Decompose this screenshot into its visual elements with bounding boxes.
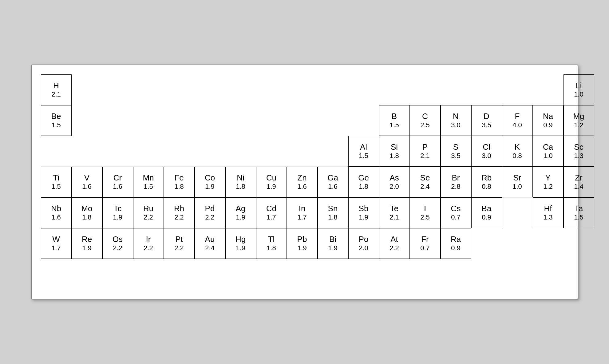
periodic-table: H2.1Li1.0Be1.5B1.5C2.5N3.0D3.5F4.0Na0.9M… bbox=[31, 65, 578, 299]
element-symbol: Sn bbox=[328, 204, 338, 213]
element-electronegativity: 1.3 bbox=[574, 152, 583, 160]
empty-cell bbox=[164, 105, 195, 136]
element-i: I2.5 bbox=[410, 197, 441, 228]
element-electronegativity: 2.5 bbox=[420, 213, 430, 221]
element-symbol: In bbox=[299, 204, 306, 213]
element-symbol: Bi bbox=[329, 235, 336, 244]
empty-cell bbox=[287, 74, 318, 105]
empty-cell bbox=[225, 74, 256, 105]
element-symbol: W bbox=[52, 235, 60, 244]
element-symbol: B bbox=[392, 112, 397, 121]
element-electronegativity: 2.2 bbox=[113, 244, 122, 252]
element-symbol: Sr bbox=[513, 173, 521, 183]
element-electronegativity: 2.2 bbox=[205, 213, 215, 221]
empty-cell bbox=[225, 105, 256, 136]
element-hg: Hg1.9 bbox=[225, 228, 256, 259]
element-electronegativity: 0.9 bbox=[451, 244, 461, 252]
empty-cell bbox=[287, 105, 318, 136]
element-electronegativity: 1.8 bbox=[174, 183, 184, 191]
element-electronegativity: 2.1 bbox=[51, 90, 61, 98]
element-h: H2.1 bbox=[41, 74, 72, 105]
element-symbol: Fe bbox=[174, 173, 184, 183]
element-v: V1.6 bbox=[72, 167, 102, 197]
empty-cell bbox=[471, 74, 502, 105]
element-n: N3.0 bbox=[441, 105, 471, 136]
element-electronegativity: 2.1 bbox=[420, 152, 430, 160]
element-symbol: Ru bbox=[143, 204, 153, 213]
element-symbol: F bbox=[515, 112, 520, 121]
element-sn: Sn1.8 bbox=[318, 197, 348, 228]
element-symbol: P bbox=[422, 142, 428, 152]
element-electronegativity: 1.9 bbox=[205, 183, 215, 191]
empty-cell bbox=[318, 259, 348, 290]
element-in: In1.7 bbox=[287, 197, 318, 228]
element-electronegativity: 1.0 bbox=[574, 90, 583, 98]
empty-cell bbox=[133, 136, 164, 167]
element-pd: Pd2.2 bbox=[195, 197, 225, 228]
empty-cell bbox=[287, 259, 318, 290]
element-symbol: Pd bbox=[205, 204, 215, 213]
empty-cell bbox=[195, 259, 225, 290]
element-symbol: D bbox=[484, 112, 489, 121]
element-pt: Pt2.2 bbox=[164, 228, 195, 259]
empty-cell bbox=[471, 228, 502, 259]
element-electronegativity: 1.5 bbox=[574, 213, 583, 221]
element-symbol: At bbox=[390, 235, 398, 244]
element-ga: Ga1.6 bbox=[318, 167, 348, 197]
element-electronegativity: 1.2 bbox=[574, 121, 583, 129]
element-br: Br2.8 bbox=[441, 167, 471, 197]
element-au: Au2.4 bbox=[195, 228, 225, 259]
element-electronegativity: 1.0 bbox=[543, 152, 553, 160]
empty-cell bbox=[225, 259, 256, 290]
element-symbol: Na bbox=[543, 112, 553, 121]
element-na: Na0.9 bbox=[533, 105, 564, 136]
element-co: Co1.9 bbox=[195, 167, 225, 197]
element-electronegativity: 4.0 bbox=[512, 121, 522, 129]
element-at: At2.2 bbox=[379, 228, 410, 259]
element-cs: Cs0.7 bbox=[441, 197, 471, 228]
empty-cell bbox=[256, 74, 287, 105]
element-ca: Ca1.0 bbox=[533, 136, 564, 167]
element-electronegativity: 1.5 bbox=[51, 121, 61, 129]
element-symbol: Cs bbox=[451, 204, 461, 213]
element-electronegativity: 2.4 bbox=[420, 183, 430, 191]
element-symbol: Co bbox=[205, 173, 215, 183]
element-as: As2.0 bbox=[379, 167, 410, 197]
element-electronegativity: 1.8 bbox=[236, 183, 245, 191]
empty-cell bbox=[164, 74, 195, 105]
element-symbol: Sb bbox=[359, 204, 369, 213]
element-ag: Ag1.9 bbox=[225, 197, 256, 228]
element-symbol: S bbox=[453, 142, 458, 152]
element-symbol: Ag bbox=[236, 204, 246, 213]
element-k: K0.8 bbox=[502, 136, 533, 167]
element-electronegativity: 0.7 bbox=[420, 244, 430, 252]
element-electronegativity: 2.8 bbox=[451, 183, 461, 191]
element-symbol: Ge bbox=[358, 173, 369, 183]
empty-cell bbox=[318, 105, 348, 136]
element-electronegativity: 1.5 bbox=[51, 183, 61, 191]
element-mn: Mn1.5 bbox=[133, 167, 164, 197]
element-electronegativity: 1.5 bbox=[390, 121, 399, 129]
element-electronegativity: 2.2 bbox=[174, 244, 184, 252]
element-symbol: Ga bbox=[327, 173, 338, 183]
element-symbol: V bbox=[84, 173, 89, 183]
empty-cell bbox=[72, 74, 102, 105]
element-symbol: Y bbox=[545, 173, 551, 183]
element-electronegativity: 2.1 bbox=[390, 213, 399, 221]
element-rb: Rb0.8 bbox=[471, 167, 502, 197]
element-electronegativity: 1.6 bbox=[82, 183, 92, 191]
element-symbol: Ca bbox=[543, 142, 553, 152]
element-electronegativity: 1.8 bbox=[359, 183, 368, 191]
element-ra: Ra0.9 bbox=[441, 228, 471, 259]
element-symbol: Hg bbox=[235, 235, 246, 244]
element-cr: Cr1.6 bbox=[102, 167, 133, 197]
element-electronegativity: 2.5 bbox=[420, 121, 430, 129]
empty-cell bbox=[318, 136, 348, 167]
element-electronegativity: 1.7 bbox=[267, 213, 276, 221]
element-c: C2.5 bbox=[410, 105, 441, 136]
empty-cell bbox=[225, 136, 256, 167]
element-symbol: Be bbox=[51, 112, 61, 121]
element-sr: Sr1.0 bbox=[502, 167, 533, 197]
element-ru: Ru2.2 bbox=[133, 197, 164, 228]
element-electronegativity: 1.7 bbox=[297, 213, 307, 221]
